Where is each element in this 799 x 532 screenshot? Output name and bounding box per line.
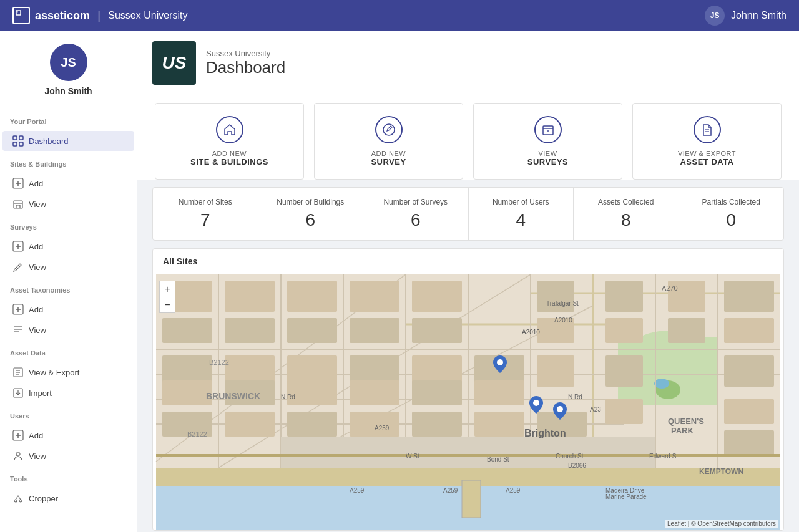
sidebar-section-users: Users (0, 404, 137, 425)
sidebar-section-portal: Your Portal (0, 109, 137, 130)
svg-text:A23: A23 (590, 406, 601, 413)
svg-text:A259: A259 (350, 487, 365, 494)
sidebar-username: John Smith (44, 86, 92, 96)
map-container[interactable]: A270 A2010 A2010 A23 A259 A259 A259 B206… (153, 274, 783, 530)
svg-rect-61 (162, 318, 212, 343)
svg-rect-65 (412, 281, 462, 312)
stat-assets: Assets Collected 8 (574, 188, 679, 240)
svg-rect-91 (605, 355, 643, 387)
svg-rect-80 (225, 412, 275, 437)
svg-point-27 (14, 500, 17, 502)
svg-text:Trafalgar St: Trafalgar St (546, 300, 579, 307)
sidebar-section-surveys: Surveys (0, 215, 137, 236)
svg-text:Marine Parade: Marine Parade (605, 493, 647, 500)
sidebar-item-users-view[interactable]: View (2, 446, 134, 466)
page-header-text: Sussex University Dashboard (206, 49, 285, 77)
svg-rect-90 (605, 318, 643, 343)
quick-actions-wrapper: ADD NEW SITE & BUILDINGS ADD NEW SURVEY (137, 95, 799, 180)
svg-rect-66 (412, 318, 462, 343)
svg-text:Church St: Church St (556, 453, 584, 460)
stat-surveys: Number of Surveys 6 (363, 188, 469, 240)
sidebar-item-assetdata-import[interactable]: Import (2, 383, 134, 403)
leaflet-attribution: Leaflet (667, 520, 686, 527)
stat-buildings: Number of Buildings 6 (258, 188, 364, 240)
svg-rect-84 (474, 412, 524, 437)
sidebar-item-surveys-view[interactable]: View (2, 257, 134, 277)
sidebar-item-taxonomy-view[interactable]: View (2, 320, 134, 340)
page-header: US Sussex University Dashboard (137, 31, 799, 95)
stat-label-partials: Partials Collected (685, 198, 778, 206)
scissors-icon (12, 493, 24, 504)
quick-actions-row: ADD NEW SITE & BUILDINGS ADD NEW SURVEY (152, 103, 784, 180)
qa-label-top-survey: ADD NEW (371, 150, 406, 157)
map-zoom-in-button[interactable]: + (159, 281, 175, 297)
top-navigation: asseticom | Sussex University JS Johnn S… (0, 0, 799, 31)
quick-action-view-export[interactable]: VIEW & EXPORT ASSET DATA (632, 103, 782, 180)
sidebar-item-surveys-add[interactable]: Add (2, 236, 134, 256)
assetdata-export-label: View & Export (29, 368, 79, 377)
svg-rect-58 (225, 281, 275, 312)
svg-text:A270: A270 (662, 284, 678, 292)
assetdata-import-label: Import (29, 389, 52, 398)
svg-rect-96 (724, 318, 774, 343)
quick-action-add-survey[interactable]: ADD NEW SURVEY (314, 103, 463, 180)
quick-action-view-surveys[interactable]: VIEW SURVEYS (473, 103, 622, 180)
svg-rect-59 (287, 281, 337, 312)
stat-users: Number of Users 4 (469, 188, 574, 240)
map-zoom-out-button[interactable]: − (159, 297, 175, 313)
svg-rect-95 (724, 281, 774, 312)
svg-rect-4 (19, 142, 23, 146)
svg-rect-77 (412, 380, 462, 405)
svg-rect-2 (19, 136, 23, 140)
export-icon (12, 367, 24, 378)
users-add-label: Add (29, 431, 43, 440)
svg-text:PARK: PARK (671, 426, 694, 435)
sidebar-item-cropper[interactable]: Cropper (2, 488, 134, 508)
pencil-icon (12, 261, 24, 273)
sidebar-item-dashboard[interactable]: Dashboard (2, 131, 134, 151)
app-logo: asseticom (12, 7, 90, 24)
sidebar-item-sites-add[interactable]: Add (2, 173, 134, 193)
osm-attribution: | © OpenStreetMap contributors (688, 520, 776, 527)
sidebar: JS John Smith Your Portal Dashboard Site… (0, 31, 137, 532)
svg-rect-92 (605, 399, 643, 424)
sidebar-item-users-add[interactable]: Add (2, 425, 134, 445)
svg-rect-100 (281, 437, 655, 468)
stat-value-partials: 0 (685, 210, 778, 230)
svg-text:KEMPTOWN: KEMPTOWN (699, 467, 743, 476)
sidebar-item-sites-view[interactable]: View (2, 194, 134, 214)
plus-icon-users (12, 430, 24, 441)
svg-text:QUEEN'S: QUEEN'S (668, 417, 704, 426)
sidebar-item-assetdata-export[interactable]: View & Export (2, 362, 134, 382)
qa-label-bottom-sites: SITE & BUILDINGS (190, 157, 268, 167)
svg-text:A2010: A2010 (554, 317, 572, 324)
map-zoom-controls: + − (159, 281, 175, 313)
svg-text:B2122: B2122 (187, 430, 207, 438)
app-name: asseticom (35, 9, 90, 22)
svg-rect-87 (537, 281, 574, 312)
top-nav-username: Johnn Smith (731, 10, 787, 21)
svg-point-130 (497, 359, 503, 365)
svg-point-28 (19, 500, 22, 502)
svg-rect-82 (350, 412, 400, 437)
svg-text:A259: A259 (443, 487, 458, 494)
quick-action-add-sites[interactable]: ADD NEW SITE & BUILDINGS (155, 103, 304, 180)
svg-rect-81 (287, 412, 337, 437)
archive-icon-circle (534, 116, 562, 143)
svg-text:BRUNSWICK: BRUNSWICK (206, 391, 260, 401)
qa-label-bottom-survey: SURVEY (371, 157, 406, 167)
svg-rect-104 (462, 480, 481, 518)
svg-rect-73 (162, 380, 212, 405)
svg-point-29 (383, 124, 395, 135)
svg-rect-60 (350, 281, 400, 312)
surveys-view-label: View (29, 263, 46, 272)
stat-partials: Partials Collected 0 (679, 188, 784, 240)
plus-icon-surveys (12, 241, 24, 252)
sidebar-item-taxonomy-add[interactable]: Add (2, 299, 134, 319)
stats-row: Number of Sites 7 Number of Buildings 6 … (152, 187, 784, 241)
org-subtitle: Sussex University (206, 49, 285, 58)
svg-rect-3 (13, 142, 17, 146)
qa-label-top-export: VIEW & EXPORT (678, 150, 736, 157)
svg-rect-89 (605, 281, 643, 312)
svg-rect-30 (543, 126, 553, 135)
